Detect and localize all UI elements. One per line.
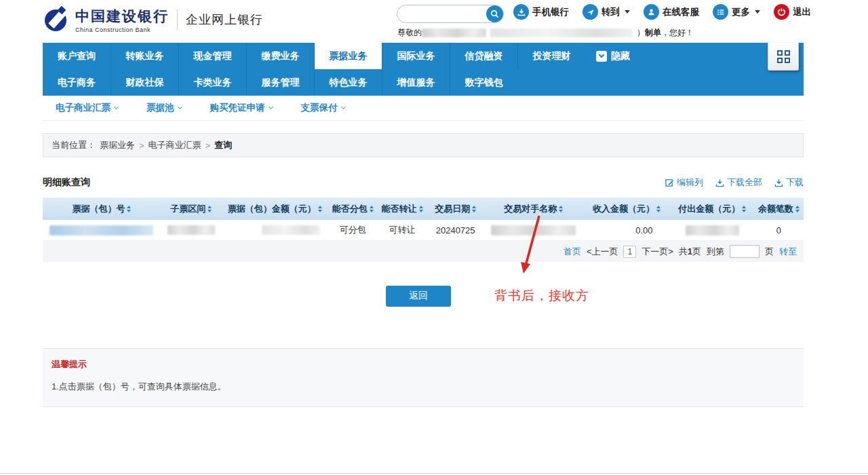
breadcrumb-current: 查询 <box>214 139 232 151</box>
goto-page-input[interactable] <box>730 245 760 258</box>
total-pages: 共1页 <box>679 246 701 258</box>
tab-e-commerce[interactable]: 电子商务 <box>43 69 111 96</box>
cell-income-amount: 0.00 <box>583 225 671 235</box>
tab-account-inquiry[interactable]: 账户查询 <box>43 43 111 69</box>
go-to-caret-icon <box>625 10 630 14</box>
next-page-link[interactable]: 下一页> <box>642 246 673 258</box>
tips-item: 1.点击票据（包）号，可查询具体票据信息。 <box>52 381 794 393</box>
online-service-button[interactable]: 在线客服 <box>644 4 699 20</box>
download-all-button[interactable]: 下载全部 <box>715 176 762 189</box>
column-bill-no[interactable]: 票据（包）号 <box>43 203 161 215</box>
tab-bill-business[interactable]: 票据业务 <box>314 43 382 69</box>
current-page-indicator[interactable]: 1 <box>623 246 636 258</box>
tips-panel: 温馨提示 1.点击票据（包）号，可查询具体票据信息。 <box>43 348 804 407</box>
tab-investment[interactable]: 投资理财 <box>517 43 585 69</box>
tab-digital-wallet[interactable]: 数字钱包 <box>450 69 517 96</box>
apps-grid-button[interactable] <box>768 43 799 71</box>
prev-page-link[interactable]: <上一页 <box>587 246 618 258</box>
mobile-banking-label: 手机银行 <box>532 6 569 18</box>
column-transferable[interactable]: 能否转让 <box>378 203 427 215</box>
column-sub-bill-range[interactable]: 子票区间 <box>161 203 222 215</box>
column-income-amount[interactable]: 收入金额（元） <box>583 203 671 215</box>
total-suffix: 页 <box>692 246 701 256</box>
download-button[interactable]: 下载 <box>774 176 804 189</box>
goto-page-button[interactable]: 转至 <box>779 246 797 258</box>
sort-icon[interactable] <box>127 206 131 212</box>
sort-icon[interactable] <box>742 206 746 212</box>
subnav-commercial-draft[interactable]: 电子商业汇票 <box>56 102 118 114</box>
column-trade-date-label: 交易日期 <box>435 203 470 215</box>
tab-value-added[interactable]: 增值服务 <box>382 69 450 96</box>
chevron-down-icon <box>340 104 345 109</box>
download-label: 下载 <box>786 176 804 189</box>
goto-unit: 页 <box>765 246 774 258</box>
mobile-banking-button[interactable]: 手机银行 <box>513 4 569 20</box>
sort-icon[interactable] <box>419 206 423 212</box>
greeting-line: 尊敬的 ） 制单 ，您好！ <box>397 27 694 39</box>
column-balance-count[interactable]: 余额笔数 <box>754 203 804 215</box>
subnav-check-guarantee[interactable]: 支票保付 <box>301 102 345 114</box>
more-button[interactable]: 更多 <box>713 4 760 20</box>
bank-logo[interactable]: 中国建设银行 China Construction Bank 企业网上银行 <box>43 6 263 33</box>
goto-prefix: 到第 <box>707 246 724 258</box>
tab-special-business[interactable]: 特色业务 <box>314 69 382 96</box>
hide-nav-button[interactable]: 隐藏 <box>596 43 630 69</box>
tab-payment[interactable]: 缴费业务 <box>246 43 314 69</box>
sort-icon[interactable] <box>208 206 212 212</box>
redacted-bill-no <box>50 225 153 235</box>
edit-columns-button[interactable]: 编辑列 <box>665 176 703 189</box>
first-page-link[interactable]: 首页 <box>564 246 581 258</box>
header-actions: 手机银行 转到 在线客服 更多 <box>513 4 811 20</box>
tab-fiscal-social[interactable]: 财政社保 <box>111 69 178 96</box>
annotation-text: 背书后，接收方 <box>494 287 589 305</box>
sort-icon[interactable] <box>472 206 476 212</box>
sort-icon[interactable] <box>795 206 800 212</box>
redacted-customer-name <box>422 28 486 37</box>
column-bill-no-label: 票据（包）号 <box>72 203 125 215</box>
column-counterparty[interactable]: 交易对手名称 <box>484 203 583 215</box>
subnav-bill-pool[interactable]: 票据池 <box>146 102 182 114</box>
breadcrumb-item-bill-business[interactable]: 票据业务 <box>100 139 135 151</box>
column-payout-amount[interactable]: 付出金额（元） <box>671 203 754 215</box>
tab-transfer[interactable]: 转账业务 <box>111 43 178 69</box>
breadcrumb-separator: > <box>139 140 144 151</box>
sort-icon[interactable] <box>318 206 322 212</box>
logout-button[interactable]: 退出 <box>774 4 811 20</box>
edit-columns-label: 编辑列 <box>677 176 703 189</box>
column-trade-date[interactable]: 交易日期 <box>427 203 484 215</box>
subnav-voucher-purchase[interactable]: 购买凭证申请 <box>210 102 273 114</box>
total-pages-number: 1 <box>688 246 692 256</box>
column-splittable[interactable]: 能否分包 <box>328 203 378 215</box>
sort-icon[interactable] <box>656 206 660 212</box>
go-to-label: 转到 <box>601 6 620 18</box>
ccb-logo-icon <box>43 6 70 33</box>
download-icon <box>774 178 783 187</box>
top-header: 中国建设银行 China Construction Bank 企业网上银行 手机… <box>43 0 804 43</box>
chevron-down-icon <box>114 104 119 109</box>
cell-sub-bill-range <box>161 225 222 235</box>
tab-international[interactable]: 国际业务 <box>382 43 450 69</box>
table-header-row: 票据（包）号 子票区间 票据（包）金额（元） 能否分包 能否转让 交易日期 交易… <box>43 197 804 220</box>
edit-column-icon <box>665 178 674 187</box>
cell-bill-no[interactable] <box>43 225 161 235</box>
sort-icon[interactable] <box>559 206 563 212</box>
redacted-sub-bill-range <box>167 225 215 235</box>
search-button[interactable] <box>486 5 503 22</box>
column-bill-amount[interactable]: 票据（包）金额（元） <box>222 203 328 215</box>
bank-name-en: China Construction Bank <box>75 26 169 33</box>
cell-bill-amount <box>222 225 328 235</box>
logo-divider <box>177 10 178 30</box>
sort-icon[interactable] <box>370 206 374 212</box>
go-to-button[interactable]: 转到 <box>583 4 630 20</box>
hide-label: 隐藏 <box>611 50 630 62</box>
tab-service-management[interactable]: 服务管理 <box>246 69 314 96</box>
section-title: 明细账查询 <box>43 176 90 189</box>
return-button[interactable]: 返回 <box>386 286 451 307</box>
search-box <box>397 5 504 23</box>
subnav-bill-pool-label: 票据池 <box>146 102 174 114</box>
footer-divider <box>0 473 868 474</box>
tab-credit-financing[interactable]: 信贷融资 <box>450 43 517 69</box>
tab-card-business[interactable]: 卡类业务 <box>178 69 246 96</box>
tab-cash-management[interactable]: 现金管理 <box>178 43 246 69</box>
breadcrumb-item-commercial-draft[interactable]: 电子商业汇票 <box>149 139 201 151</box>
